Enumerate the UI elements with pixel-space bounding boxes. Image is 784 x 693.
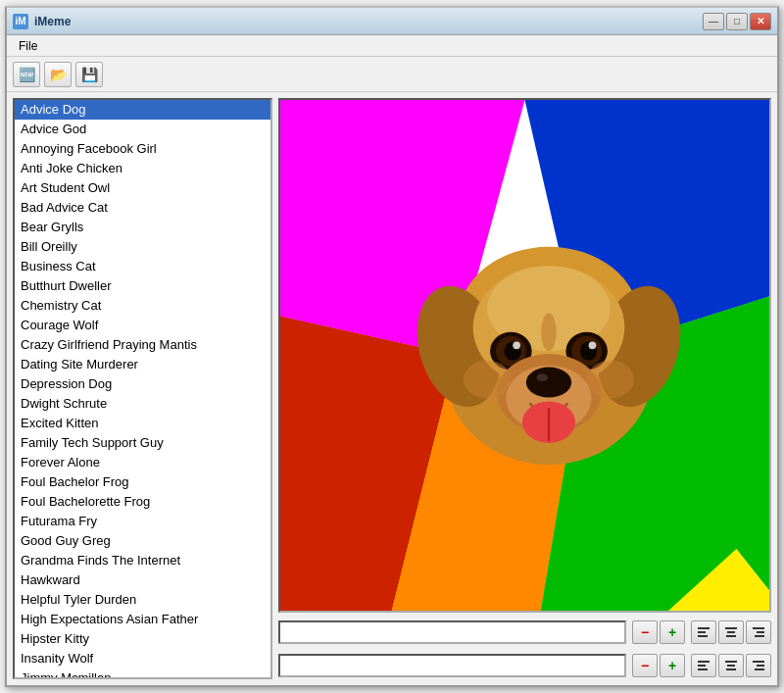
svg-rect-32: [698, 627, 710, 629]
list-panel: Advice DogAdvice GodAnnoying Facebook Gi…: [13, 98, 272, 679]
minimize-button[interactable]: —: [703, 13, 724, 30]
list-item[interactable]: Art Student Owl: [15, 178, 270, 198]
save-button[interactable]: 💾: [75, 62, 103, 87]
top-align-controls: [691, 620, 771, 644]
main-content: Advice DogAdvice GodAnnoying Facebook Gi…: [7, 92, 777, 685]
svg-rect-33: [698, 631, 706, 633]
svg-rect-47: [753, 661, 764, 663]
save-icon: 💾: [81, 67, 98, 82]
bottom-text-row: − +: [278, 652, 771, 679]
list-item[interactable]: Grandma Finds The Internet: [15, 551, 270, 570]
top-size-increase[interactable]: +: [660, 620, 685, 644]
bottom-align-center-icon: [725, 661, 737, 670]
maximize-button[interactable]: □: [726, 13, 748, 30]
list-item[interactable]: Bear Grylls: [15, 218, 270, 237]
image-area: [278, 98, 771, 613]
list-item[interactable]: Advice God: [15, 120, 270, 139]
svg-rect-34: [698, 635, 708, 637]
list-item[interactable]: Chemistry Cat: [15, 296, 270, 316]
new-icon: 🆕: [19, 67, 35, 82]
bottom-align-right[interactable]: [746, 654, 771, 677]
list-item[interactable]: Depression Dog: [15, 374, 270, 394]
list-item[interactable]: Crazy Girlfriend Praying Mantis: [15, 335, 270, 355]
window-title: iMeme: [34, 15, 703, 28]
right-panel: − +: [278, 98, 771, 679]
svg-point-21: [514, 341, 521, 349]
svg-rect-38: [753, 627, 764, 629]
title-bar-buttons: — □ ✕: [703, 13, 771, 30]
main-window: iM iMeme — □ ✕ File 🆕 📂 💾 Advice DogAdvi…: [5, 6, 779, 687]
menu-bar: File: [7, 35, 777, 57]
svg-rect-42: [698, 665, 706, 667]
svg-rect-40: [755, 635, 764, 637]
list-item[interactable]: Butthurt Dweller: [15, 276, 270, 296]
top-size-controls: − +: [632, 620, 685, 644]
list-item[interactable]: Hipster Kitty: [15, 629, 270, 649]
bottom-align-left[interactable]: [691, 654, 716, 677]
list-item[interactable]: Insanity Wolf: [15, 649, 270, 668]
open-button[interactable]: 📂: [44, 62, 72, 87]
top-align-left[interactable]: [691, 620, 716, 644]
list-item[interactable]: Good Guy Greg: [15, 531, 270, 551]
bottom-size-controls: − +: [632, 654, 685, 677]
svg-rect-48: [757, 665, 764, 667]
svg-point-26: [537, 373, 549, 381]
list-item[interactable]: Bill Oreilly: [15, 237, 270, 257]
list-item[interactable]: Courage Wolf: [15, 316, 270, 335]
new-button[interactable]: 🆕: [13, 62, 40, 87]
list-item[interactable]: Foul Bachelor Frog: [15, 472, 270, 492]
svg-rect-41: [698, 661, 710, 663]
bottom-align-controls: [691, 654, 771, 677]
list-item[interactable]: Anti Joke Chicken: [15, 159, 270, 178]
top-size-decrease[interactable]: −: [632, 620, 658, 644]
bottom-align-right-icon: [753, 661, 764, 670]
svg-rect-44: [725, 661, 737, 663]
align-left-icon: [698, 627, 710, 637]
top-align-right[interactable]: [746, 620, 771, 644]
list-item[interactable]: Futurama Fry: [15, 512, 270, 531]
svg-point-29: [464, 360, 511, 398]
app-icon: iM: [13, 14, 28, 29]
list-item[interactable]: High Expectations Asian Father: [15, 610, 270, 629]
align-center-icon: [725, 627, 737, 637]
close-button[interactable]: ✕: [750, 13, 771, 30]
title-bar: iM iMeme — □ ✕: [7, 8, 777, 35]
open-icon: 📂: [50, 67, 67, 82]
list-item[interactable]: Jimmy Mcmillan: [15, 668, 270, 679]
list-item[interactable]: Excited Kitten: [15, 414, 270, 433]
svg-rect-46: [726, 668, 736, 670]
svg-rect-36: [727, 631, 735, 633]
bottom-align-left-icon: [698, 661, 710, 670]
svg-rect-43: [698, 668, 708, 670]
top-align-center[interactable]: [718, 620, 744, 644]
list-item[interactable]: Dwight Schrute: [15, 394, 270, 414]
list-item[interactable]: Dating Site Murderer: [15, 355, 270, 374]
list-item[interactable]: Helpful Tyler Durden: [15, 590, 270, 610]
svg-rect-35: [725, 627, 737, 629]
align-right-icon: [753, 627, 764, 637]
toolbar: 🆕 📂 💾: [7, 57, 777, 92]
bottom-size-decrease[interactable]: −: [632, 654, 658, 677]
list-item[interactable]: Foul Bachelorette Frog: [15, 492, 270, 512]
meme-canvas: [280, 100, 769, 611]
top-text-input[interactable]: [278, 620, 626, 644]
meme-list[interactable]: Advice DogAdvice GodAnnoying Facebook Gi…: [13, 98, 272, 679]
top-text-row: − +: [278, 619, 771, 646]
list-item[interactable]: Hawkward: [15, 570, 270, 590]
bottom-text-input[interactable]: [278, 654, 626, 677]
svg-point-25: [526, 367, 571, 397]
list-item[interactable]: Advice Dog: [15, 100, 270, 120]
list-item[interactable]: Annoying Facebook Girl: [15, 139, 270, 159]
list-item[interactable]: Bad Advice Cat: [15, 198, 270, 218]
svg-rect-49: [755, 668, 764, 670]
svg-rect-39: [757, 631, 764, 633]
bottom-align-center[interactable]: [718, 654, 744, 677]
bottom-size-increase[interactable]: +: [660, 654, 685, 677]
file-menu[interactable]: File: [11, 37, 45, 55]
list-item[interactable]: Forever Alone: [15, 453, 270, 472]
list-item[interactable]: Family Tech Support Guy: [15, 433, 270, 453]
svg-rect-37: [726, 635, 736, 637]
svg-point-30: [587, 360, 634, 398]
list-item[interactable]: Business Cat: [15, 257, 270, 276]
dog-image: [407, 214, 691, 498]
